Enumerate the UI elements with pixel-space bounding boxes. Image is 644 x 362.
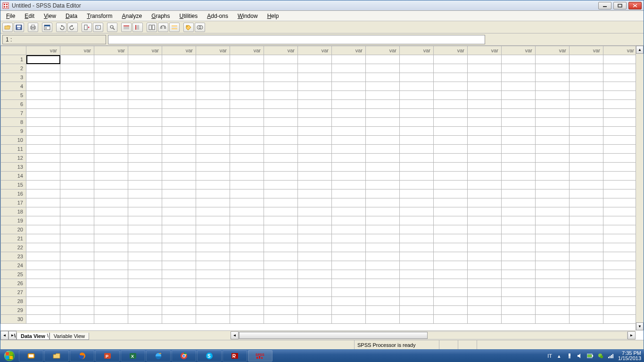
split-file-icon[interactable]: [147, 23, 157, 32]
data-cell[interactable]: [434, 279, 468, 288]
data-cell[interactable]: [434, 288, 468, 297]
data-cell[interactable]: [264, 154, 298, 163]
data-cell[interactable]: [468, 145, 502, 154]
data-cell[interactable]: [230, 82, 264, 91]
tray-clock[interactable]: 7:35 PM 1/15/2013: [618, 351, 641, 361]
data-cell[interactable]: [400, 297, 434, 306]
column-header[interactable]: var: [264, 46, 298, 55]
data-cell[interactable]: [26, 154, 60, 163]
data-cell[interactable]: [60, 297, 94, 306]
data-cell[interactable]: [196, 243, 230, 252]
data-cell[interactable]: [128, 243, 162, 252]
goto-case-icon[interactable]: [82, 23, 92, 32]
find-icon[interactable]: [107, 23, 117, 32]
data-cell[interactable]: [366, 118, 400, 127]
data-cell[interactable]: [94, 118, 128, 127]
data-cell[interactable]: [196, 82, 230, 91]
data-cell[interactable]: [332, 252, 366, 261]
data-cell[interactable]: [94, 225, 128, 234]
column-header[interactable]: var: [162, 46, 196, 55]
data-cell[interactable]: [128, 154, 162, 163]
data-cell[interactable]: [603, 216, 637, 225]
data-cell[interactable]: [26, 315, 60, 324]
data-cell[interactable]: [264, 109, 298, 118]
data-cell[interactable]: [26, 270, 60, 279]
data-cell[interactable]: [162, 234, 196, 243]
data-cell[interactable]: [230, 297, 264, 306]
data-cell[interactable]: [400, 145, 434, 154]
data-cell[interactable]: [162, 64, 196, 73]
data-cell[interactable]: [162, 145, 196, 154]
data-cell[interactable]: [468, 127, 502, 136]
data-cell[interactable]: [502, 198, 536, 207]
data-cell[interactable]: [603, 91, 637, 100]
data-cell[interactable]: [434, 181, 468, 189]
data-cell[interactable]: [468, 207, 502, 216]
close-button[interactable]: [628, 2, 642, 9]
data-cell[interactable]: [468, 297, 502, 306]
data-cell[interactable]: [502, 216, 536, 225]
data-cell[interactable]: [230, 136, 264, 145]
data-cell[interactable]: [162, 91, 196, 100]
data-cell[interactable]: [536, 252, 570, 261]
data-cell[interactable]: [366, 261, 400, 270]
data-cell[interactable]: [468, 243, 502, 252]
data-cell[interactable]: [26, 91, 60, 100]
data-cell[interactable]: [60, 73, 94, 82]
data-cell[interactable]: [94, 163, 128, 172]
data-cell[interactable]: [230, 234, 264, 243]
data-cell[interactable]: [298, 100, 332, 109]
data-cell[interactable]: [366, 163, 400, 172]
column-header[interactable]: var: [94, 46, 128, 55]
data-cell[interactable]: [468, 234, 502, 243]
data-cell[interactable]: [162, 127, 196, 136]
data-cell[interactable]: [570, 109, 603, 118]
row-header[interactable]: 30: [1, 315, 26, 324]
data-cell[interactable]: [468, 55, 502, 64]
column-header[interactable]: var: [434, 46, 468, 55]
data-cell[interactable]: [60, 55, 94, 64]
data-cell[interactable]: [264, 243, 298, 252]
data-cell[interactable]: [264, 136, 298, 145]
data-cell[interactable]: [332, 279, 366, 288]
data-cell[interactable]: [128, 252, 162, 261]
data-cell[interactable]: [26, 73, 60, 82]
data-cell[interactable]: [502, 172, 536, 181]
column-header[interactable]: var: [230, 46, 264, 55]
data-cell[interactable]: [536, 145, 570, 154]
data-cell[interactable]: [128, 145, 162, 154]
data-cell[interactable]: [536, 55, 570, 64]
data-cell[interactable]: [400, 252, 434, 261]
data-cell[interactable]: [162, 136, 196, 145]
data-cell[interactable]: [468, 198, 502, 207]
data-cell[interactable]: [94, 189, 128, 198]
data-cell[interactable]: [400, 198, 434, 207]
data-cell[interactable]: [162, 100, 196, 109]
data-cell[interactable]: [434, 270, 468, 279]
data-cell[interactable]: [264, 261, 298, 270]
data-cell[interactable]: [230, 216, 264, 225]
data-cell[interactable]: [502, 270, 536, 279]
data-cell[interactable]: [128, 189, 162, 198]
data-cell[interactable]: [468, 64, 502, 73]
data-cell[interactable]: [332, 297, 366, 306]
data-cell[interactable]: [26, 234, 60, 243]
taskbar-adobe-reader-icon[interactable]: [223, 350, 247, 362]
data-cell[interactable]: [536, 73, 570, 82]
data-cell[interactable]: [94, 216, 128, 225]
data-cell[interactable]: [298, 109, 332, 118]
data-cell[interactable]: [230, 100, 264, 109]
row-header[interactable]: 7: [1, 109, 26, 118]
data-cell[interactable]: [468, 216, 502, 225]
data-cell[interactable]: [94, 270, 128, 279]
data-cell[interactable]: [502, 118, 536, 127]
hscroll-thumb[interactable]: [239, 332, 428, 339]
column-header[interactable]: var: [60, 46, 94, 55]
data-cell[interactable]: [162, 315, 196, 324]
data-cell[interactable]: [366, 136, 400, 145]
data-cell[interactable]: [298, 198, 332, 207]
data-cell[interactable]: [264, 127, 298, 136]
data-cell[interactable]: [332, 216, 366, 225]
data-cell[interactable]: [128, 127, 162, 136]
data-cell[interactable]: [570, 297, 603, 306]
